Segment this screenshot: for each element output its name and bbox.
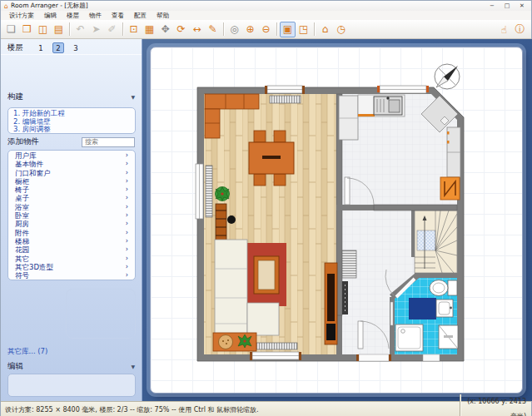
radiator[interactable]	[255, 343, 297, 349]
collapse-arrow-icon[interactable]: ▼	[131, 94, 135, 100]
sidebar-item-symbols[interactable]: 符号›	[8, 271, 135, 280]
wash-basin[interactable]	[436, 300, 453, 317]
sidebar-item-other-3d[interactable]: 其它3D造型›	[8, 263, 135, 271]
stairs[interactable]	[411, 210, 457, 273]
dimensions-icon[interactable]: ↔	[189, 22, 205, 37]
sidebar-item-bedroom[interactable]: 卧室›	[8, 211, 135, 220]
kitchen-wall-units[interactable]	[447, 127, 460, 177]
chevron-right-icon: ›	[126, 151, 128, 160]
sidebar-item-tables[interactable]: 桌子›	[8, 194, 135, 202]
bathroom-window[interactable]	[423, 354, 440, 361]
sidebar-item-user-library[interactable]: 用户库›	[8, 151, 135, 160]
floor-tab-2[interactable]: 2	[52, 42, 64, 53]
draw-wall-icon[interactable]: ▦	[142, 22, 157, 37]
object-categories-box: 用户库› 基本物件› 门口和窗户› 橱柜› 椅子› 桌子› 浴室› 卧室› 厨房…	[7, 150, 136, 280]
toolbar-separator	[223, 22, 224, 36]
chevron-right-icon: ›	[126, 263, 128, 271]
shower[interactable]	[395, 324, 423, 351]
oven-unit[interactable]	[440, 177, 460, 200]
save-icon[interactable]: ◫	[35, 22, 51, 37]
radiator[interactable]	[270, 96, 301, 103]
chevron-right-icon: ›	[126, 169, 128, 177]
objects-3d-icon[interactable]: ◳	[296, 22, 311, 37]
chevron-right-icon: ›	[126, 237, 128, 245]
status-bar: 设计方案: 8255 × 8400 毫米, 楼层: 2/3 -- 缩放: 75%…	[1, 401, 531, 416]
view-3d-icon[interactable]: ▣	[280, 22, 296, 37]
toolbar-separator	[122, 22, 123, 36]
sidebar-item-cabinets[interactable]: 橱柜›	[8, 177, 135, 186]
new-file-icon[interactable]: ❏	[3, 22, 19, 37]
collapse-arrow-icon[interactable]: ▼	[131, 364, 135, 369]
drawing-canvas[interactable]	[142, 39, 532, 401]
floors-row: 楼层 1 2 3	[1, 42, 142, 55]
chevron-right-icon: ›	[126, 203, 128, 211]
chevron-right-icon: ›	[126, 211, 128, 220]
sidebar-item-bathroom[interactable]: 浴室›	[8, 203, 135, 211]
history-icon[interactable]: ◷	[333, 22, 349, 37]
plan-page[interactable]	[150, 47, 523, 394]
menu-help[interactable]: 帮助	[152, 11, 174, 20]
print-icon[interactable]: ▤	[51, 22, 67, 37]
touch-mode-icon[interactable]: ☝	[496, 22, 512, 37]
window-title: Room Arranger - [无标题]	[11, 2, 88, 10]
sidebar-item-chairs[interactable]: 椅子›	[8, 186, 135, 194]
sidebar-item-doors-windows[interactable]: 门口和窗户›	[8, 169, 135, 177]
undo-icon[interactable]: ↶	[72, 22, 88, 37]
kitchen-tall-cabinet[interactable]	[339, 96, 358, 140]
floor-plan[interactable]	[151, 47, 523, 394]
bathroom[interactable]	[390, 273, 458, 361]
side-table-with-plant[interactable]	[213, 333, 256, 351]
edit-section-header[interactable]: 编辑 ▼	[1, 360, 142, 372]
stool[interactable]	[227, 215, 236, 224]
draw-spline-icon[interactable]: ✎	[205, 22, 221, 37]
move-points-icon[interactable]: ✥	[157, 22, 173, 37]
counter-with-sink[interactable]	[358, 95, 405, 116]
menu-floor[interactable]: 楼层	[62, 11, 84, 20]
radiator[interactable]	[342, 250, 356, 278]
sidebar-item-stairs[interactable]: 楼梯›	[8, 237, 135, 245]
search-input[interactable]	[82, 137, 135, 147]
maximize-button[interactable]: □	[500, 1, 515, 11]
plant[interactable]	[216, 187, 230, 201]
chevron-right-icon: ›	[126, 271, 128, 280]
sidebar: 楼层 1 2 3 构建 ▼ 1. 开始新的工程 2. 编辑墙壁 3. 房间调整 …	[1, 39, 142, 401]
sidebar-item-basic-objects[interactable]: 基本物件›	[8, 160, 135, 168]
radiator[interactable]	[206, 166, 212, 217]
floor-tab-1[interactable]: 1	[35, 42, 47, 53]
toolbar-separator	[276, 22, 277, 36]
close-button[interactable]: ✕	[515, 1, 530, 11]
menu-view[interactable]: 查看	[107, 11, 129, 20]
toilet[interactable]	[430, 280, 457, 296]
washing-machine[interactable]	[439, 325, 458, 349]
zoom-fit-icon[interactable]: ◎	[226, 22, 242, 37]
zoom-in-icon[interactable]: ⊕	[242, 22, 258, 37]
select-area-icon[interactable]: ⊡	[126, 22, 142, 37]
build-step-adjust-room[interactable]: 3. 房间调整	[13, 126, 130, 134]
menu-object[interactable]: 物件	[84, 11, 107, 20]
bath-rug[interactable]	[409, 298, 436, 319]
cursor-coordinates: (x: 10666 y: 2413 毫米)	[460, 394, 531, 416]
build-section-header[interactable]: 构建 ▼	[1, 91, 142, 102]
compass-icon[interactable]	[435, 64, 460, 89]
walk-through-icon[interactable]: ⌂	[317, 22, 333, 37]
open-icon[interactable]: ❒	[19, 22, 35, 37]
menu-design[interactable]: 设计方案	[4, 11, 39, 20]
sidebar-item-accessories[interactable]: 附件›	[8, 229, 135, 237]
build-steps-box: 1. 开始新的工程 2. 编辑墙壁 3. 房间调整	[7, 107, 136, 134]
chevron-right-icon: ›	[126, 177, 128, 186]
menu-options[interactable]: 配置	[129, 11, 152, 20]
pointer-icon[interactable]: ➤	[88, 22, 104, 37]
other-libraries-link[interactable]: 其它库... (7)	[7, 347, 47, 357]
floor-tab-3[interactable]: 3	[70, 42, 82, 53]
tv-cabinet[interactable]	[325, 263, 337, 344]
sidebar-item-garden[interactable]: 花园›	[8, 245, 135, 254]
about-icon[interactable]: ⓘ	[512, 22, 528, 37]
coffee-table[interactable]	[254, 256, 279, 294]
sidebar-item-other[interactable]: 其它›	[8, 255, 135, 263]
sidebar-item-kitchen[interactable]: 厨房›	[8, 220, 135, 228]
minimize-button[interactable]: −	[485, 1, 500, 11]
zoom-out-icon[interactable]: ⊖	[258, 22, 274, 37]
paint-icon[interactable]: ✐	[104, 22, 120, 37]
menu-edit[interactable]: 编辑	[39, 11, 62, 20]
rotate-icon[interactable]: ⟳	[173, 22, 189, 37]
